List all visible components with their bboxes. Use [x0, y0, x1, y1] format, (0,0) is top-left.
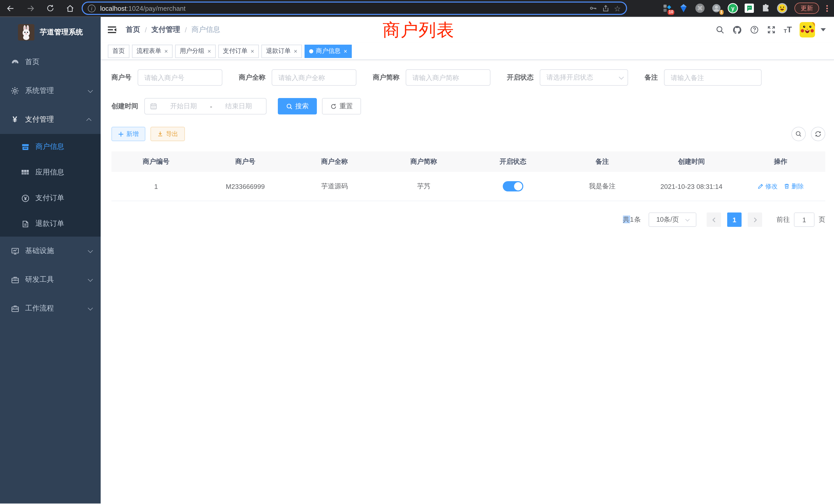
column-header: 创建时间 [647, 157, 736, 166]
breadcrumb-separator: / [185, 26, 187, 34]
font-size-icon[interactable]: TT [784, 26, 792, 34]
sidebar-item-refund-order[interactable]: 退款订单 [0, 211, 101, 236]
browser-menu-icon[interactable] [826, 5, 828, 12]
column-header: 操作 [736, 157, 826, 166]
field-full-name: 商户全称 [239, 69, 356, 86]
briefcase-icon [10, 304, 20, 313]
close-icon[interactable]: × [207, 47, 211, 55]
add-button[interactable]: 新增 [111, 127, 145, 141]
total-prefix: 共 [623, 215, 630, 223]
gem-extension-icon[interactable] [678, 3, 689, 13]
next-page-button[interactable] [748, 212, 762, 227]
sidebar-item-dev-tools[interactable]: 研发工具 [0, 265, 101, 294]
tab-home[interactable]: 首页 [108, 44, 129, 58]
page-root: i localhost:1024/pay/merchant ☆ 10 ⌘ 1 y… [0, 0, 834, 504]
field-label: 商户简称 [373, 73, 399, 82]
site-info-icon[interactable]: i [88, 4, 95, 12]
reload-icon[interactable] [46, 4, 54, 12]
sidebar-item-home[interactable]: 首页 [0, 48, 101, 76]
sidebar-item-label: 系统管理 [25, 86, 54, 95]
delete-link[interactable]: 删除 [784, 182, 804, 191]
fullscreen-icon[interactable] [767, 25, 776, 35]
avatar-caret-icon[interactable] [821, 28, 826, 31]
close-icon[interactable]: × [250, 47, 254, 55]
field-label: 商户全称 [239, 73, 265, 82]
breadcrumb-current: 商户信息 [192, 25, 220, 35]
table-tools [791, 127, 825, 141]
home-icon[interactable] [66, 4, 74, 13]
close-icon[interactable]: × [344, 47, 347, 55]
edit-link[interactable]: 修改 [758, 182, 777, 191]
column-header: 商户编号 [111, 157, 201, 166]
app-shell: 芋道管理系统 首页 系统管理 ¥ 支付管理 商户信息 [0, 17, 834, 503]
refresh-button[interactable] [811, 127, 825, 141]
tab-process-form[interactable]: 流程表单× [132, 44, 173, 58]
sidebar-logo[interactable]: 芋道管理系统 [0, 17, 101, 48]
pagination: 共1条 10条/页 1 前往 页 [111, 212, 825, 227]
field-label: 商户号 [111, 73, 131, 82]
close-icon[interactable]: × [164, 47, 168, 55]
github-icon[interactable] [732, 25, 742, 35]
user-avatar[interactable] [799, 22, 815, 38]
chevron-down-icon [619, 74, 624, 79]
export-button[interactable]: 导出 [151, 127, 185, 141]
sidebar-item-pay[interactable]: ¥ 支付管理 [0, 105, 101, 134]
back-icon[interactable] [6, 4, 15, 13]
create-time-range-picker[interactable]: 开始日期 - 结束日期 [144, 98, 266, 114]
extensions-puzzle-icon[interactable] [761, 3, 771, 13]
reset-button[interactable]: 重置 [322, 98, 361, 114]
full-name-input[interactable] [272, 69, 356, 86]
tab-refund-order[interactable]: 退款订单× [261, 44, 302, 58]
breadcrumb-pay[interactable]: 支付管理 [152, 25, 180, 35]
sidebar: 芋道管理系统 首页 系统管理 ¥ 支付管理 商户信息 [0, 17, 101, 503]
sidebar-item-system[interactable]: 系统管理 [0, 76, 101, 105]
chat-extension-icon[interactable] [744, 3, 754, 13]
remark-input[interactable] [664, 69, 762, 86]
goto-page-input[interactable] [794, 212, 814, 227]
status-select[interactable]: 请选择开启状态 [540, 69, 628, 86]
profile-extension-icon[interactable]: 1 [711, 3, 722, 13]
address-bar[interactable]: i localhost:1024/pay/merchant ☆ [82, 2, 627, 15]
password-key-icon[interactable] [589, 4, 597, 12]
bookmark-star-icon[interactable]: ☆ [614, 4, 621, 12]
table-row: 1 M233666999 芋道源码 芋艿 我是备注 2021-10-23 08:… [111, 172, 825, 201]
grid-extension-icon[interactable]: 10 [662, 3, 672, 13]
tab-merchant-info[interactable]: 商户信息× [305, 44, 352, 58]
column-header: 商户号 [201, 157, 290, 166]
prev-page-button[interactable] [707, 212, 721, 227]
breadcrumb: 首页 / 支付管理 / 商户信息 [126, 25, 220, 35]
url-text: localhost:1024/pay/merchant [100, 4, 185, 12]
collapse-sidebar-icon[interactable] [107, 25, 117, 35]
pay-submenu: 商户信息 应用信息 支付订单 退款订单 [0, 134, 101, 236]
sidebar-item-app-info[interactable]: 应用信息 [0, 160, 101, 185]
sidebar-item-pay-order[interactable]: 支付订单 [0, 185, 101, 211]
sidebar-item-workflow[interactable]: 工作流程 [0, 294, 101, 323]
search-button[interactable]: 搜索 [278, 98, 317, 114]
browser-update-button[interactable]: 更新 [794, 3, 819, 14]
share-icon[interactable] [601, 4, 609, 12]
breadcrumb-home[interactable]: 首页 [126, 25, 140, 35]
search-icon[interactable] [716, 25, 725, 35]
current-page[interactable]: 1 [727, 212, 742, 227]
toggle-search-button[interactable] [791, 127, 806, 141]
page-size-select[interactable]: 10条/页 [649, 212, 696, 227]
emoji-avatar-icon[interactable] [777, 3, 787, 13]
status-toggle[interactable] [503, 181, 523, 191]
short-name-input[interactable] [406, 69, 490, 86]
command-extension-icon[interactable]: ⌘ [695, 3, 705, 13]
breadcrumb-separator: / [145, 26, 147, 34]
tab-pay-order[interactable]: 支付订单× [218, 44, 259, 58]
sidebar-item-infra[interactable]: 基础设施 [0, 236, 101, 265]
help-icon[interactable] [750, 25, 759, 35]
cell-status [468, 181, 558, 191]
tab-user-group[interactable]: 用户分组× [175, 44, 216, 58]
field-merchant-no: 商户号 [111, 69, 222, 86]
calendar-icon [150, 102, 157, 110]
y-extension-icon[interactable]: y [728, 3, 738, 13]
sidebar-item-merchant-info[interactable]: 商户信息 [0, 134, 101, 160]
close-icon[interactable]: × [294, 47, 297, 55]
sidebar-item-label: 基础设施 [25, 246, 54, 256]
monitor-chart-icon [10, 247, 20, 255]
forward-icon[interactable] [26, 4, 35, 13]
merchant-no-input[interactable] [138, 69, 222, 86]
